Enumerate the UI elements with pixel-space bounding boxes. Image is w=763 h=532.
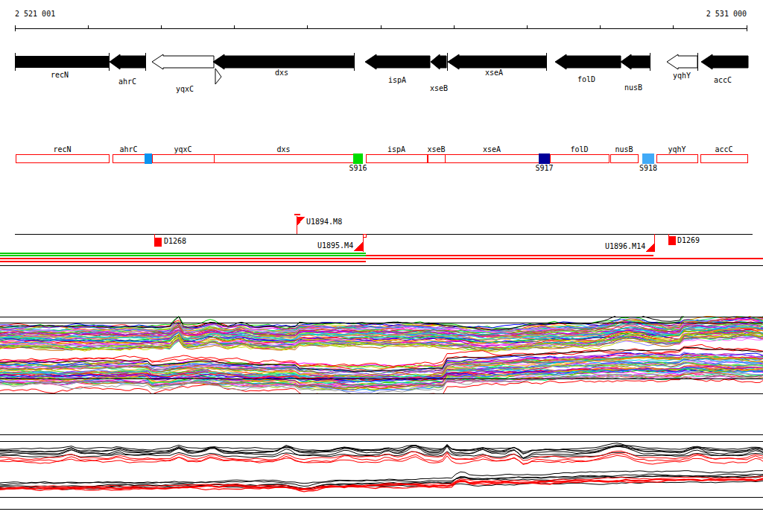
gene-arrow-yqxC[interactable] xyxy=(152,54,214,69)
expression-series-1-0-0 xyxy=(0,443,763,452)
gene-arrow-ispA[interactable] xyxy=(365,54,430,69)
gene-box-xseB[interactable] xyxy=(428,154,445,162)
coordinate-ruler xyxy=(15,25,747,31)
gene-box-folD[interactable] xyxy=(550,154,609,162)
flag-track xyxy=(15,214,753,252)
gene-arrow-accC[interactable] xyxy=(701,54,748,69)
gene-box-recN[interactable] xyxy=(16,154,109,162)
gene-box-accC[interactable] xyxy=(700,154,747,162)
marker-S918[interactable] xyxy=(642,153,654,164)
gene-box-dxs[interactable] xyxy=(214,154,353,162)
gene-box-ahrC[interactable] xyxy=(113,154,145,162)
marker-blue-square[interactable] xyxy=(145,153,152,164)
marker-S916[interactable] xyxy=(353,153,363,164)
colored-profiles-panel-curves xyxy=(0,310,763,400)
gene-arrow-xseB[interactable] xyxy=(431,54,446,69)
gene-box-ispA[interactable] xyxy=(366,154,427,162)
signal-lines xyxy=(0,253,763,265)
terminator-pennant-icon xyxy=(215,69,221,84)
redblack-profiles-panel-curves xyxy=(0,443,763,492)
gene-arrow-yqhY[interactable] xyxy=(667,54,697,69)
gene-arrow-dxs[interactable] xyxy=(213,54,354,69)
flag-U1894_M8[interactable] xyxy=(294,214,305,234)
gene-arrow-ahrC[interactable] xyxy=(110,54,145,69)
gene-box-xseA[interactable] xyxy=(445,154,539,162)
flag-D1268[interactable] xyxy=(154,234,162,247)
gene-arrow-nusB[interactable] xyxy=(621,54,650,69)
flag-D1269[interactable] xyxy=(668,234,676,245)
gene-box-yqhY[interactable] xyxy=(656,154,697,162)
genome-scene xyxy=(0,0,763,532)
marker-S917[interactable] xyxy=(539,153,550,164)
gene-box-nusB[interactable] xyxy=(610,154,638,162)
gene-arrow-track xyxy=(15,53,748,84)
flag-U1895_M4[interactable] xyxy=(354,234,366,252)
gene-box-yqxC[interactable] xyxy=(152,154,214,162)
gene-box-track xyxy=(16,153,747,164)
flag-U1896_M14[interactable] xyxy=(646,234,654,252)
gene-arrow-recN[interactable] xyxy=(15,56,109,68)
gene-arrow-xseA[interactable] xyxy=(448,54,546,69)
genome-browser-view: 2 521 001 2 531 000 recNahrCyqxCdxsispAx… xyxy=(0,0,763,532)
gene-arrow-folD[interactable] xyxy=(555,54,621,69)
